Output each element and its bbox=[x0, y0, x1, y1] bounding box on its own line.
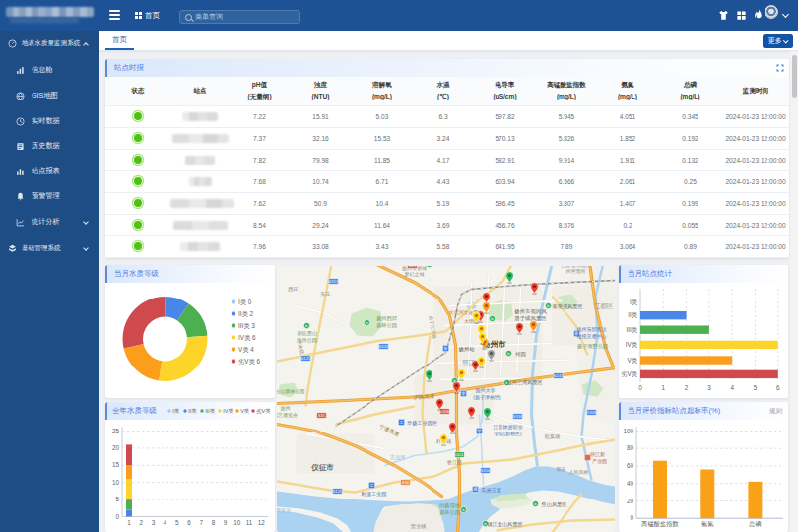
svg-text:江苏旅游职业: 江苏旅游职业 bbox=[493, 423, 522, 430]
svg-text:S125: S125 bbox=[300, 356, 311, 361]
svg-text:5: 5 bbox=[175, 518, 179, 525]
svg-text:地质公园: 地质公园 bbox=[296, 336, 317, 342]
svg-text:㣌山森林公园: 㣌山森林公园 bbox=[277, 387, 305, 394]
svg-text:运河三湾风景区: 运河三湾风景区 bbox=[506, 378, 542, 385]
svg-text:春江路: 春江路 bbox=[446, 458, 462, 465]
svg-text:镇江金山风景区: 镇江金山风景区 bbox=[487, 520, 522, 527]
svg-text:杭集镇: 杭集镇 bbox=[543, 432, 560, 439]
svg-text:7: 7 bbox=[199, 518, 203, 525]
svg-text:8: 8 bbox=[212, 518, 216, 525]
svg-text:森林公园: 森林公园 bbox=[376, 321, 397, 327]
svg-text:仪征原山: 仪征原山 bbox=[297, 329, 317, 335]
svg-text:I类: I类 bbox=[172, 408, 179, 414]
svg-text:仪征市: 仪征市 bbox=[310, 462, 334, 471]
svg-text:80: 80 bbox=[627, 444, 634, 451]
svg-text:S125: S125 bbox=[332, 489, 343, 494]
svg-text:人民四桥: 人民四桥 bbox=[568, 468, 588, 475]
svg-text:镇江新: 镇江新 bbox=[590, 450, 605, 457]
svg-text:扬州市蜀冈风: 扬州市蜀冈风 bbox=[514, 307, 547, 314]
svg-text:顺安: 顺安 bbox=[556, 465, 565, 471]
svg-text:I类: I类 bbox=[630, 299, 638, 305]
svg-text:III类 3: III类 3 bbox=[238, 322, 255, 329]
svg-text:0: 0 bbox=[115, 512, 119, 519]
svg-text:11: 11 bbox=[246, 518, 253, 525]
svg-text:西庄: 西庄 bbox=[288, 285, 298, 291]
svg-text:学: 学 bbox=[477, 429, 482, 433]
svg-text:II类: II类 bbox=[188, 408, 197, 414]
svg-text:3: 3 bbox=[707, 383, 711, 390]
svg-text:S333: S333 bbox=[378, 344, 389, 349]
svg-text:II类: II类 bbox=[628, 311, 637, 318]
svg-text:氨氮: 氨氮 bbox=[701, 520, 714, 527]
svg-text:6: 6 bbox=[187, 518, 191, 525]
svg-text:学院(新校区): 学院(新校区) bbox=[494, 430, 522, 436]
svg-text:II类 2: II类 2 bbox=[238, 310, 254, 317]
svg-text:6: 6 bbox=[776, 383, 780, 390]
svg-text:华扬工业园区: 华扬工业园区 bbox=[406, 419, 436, 426]
svg-text:园艺博览会: 园艺博览会 bbox=[277, 411, 298, 418]
svg-text:IV类: IV类 bbox=[626, 341, 638, 348]
svg-text:北路: 北路 bbox=[438, 266, 448, 267]
svg-text:IV类 6: IV类 6 bbox=[238, 334, 256, 341]
svg-text:X308: X308 bbox=[586, 410, 597, 415]
svg-text:扬州: 扬州 bbox=[280, 404, 290, 411]
svg-text:9: 9 bbox=[224, 518, 228, 525]
svg-text:唐子城风景区: 唐子城风景区 bbox=[514, 314, 547, 321]
svg-text:劣V类: 劣V类 bbox=[256, 408, 271, 415]
svg-text:瓜洲古渡: 瓜洲古渡 bbox=[481, 486, 501, 493]
svg-text:15: 15 bbox=[112, 461, 120, 468]
svg-text:1: 1 bbox=[662, 383, 666, 390]
svg-text:州管理所: 州管理所 bbox=[565, 267, 585, 274]
svg-text:焦山风景区: 焦山风景区 bbox=[541, 500, 566, 506]
svg-text:劣V类: 劣V类 bbox=[621, 370, 637, 378]
svg-text:25: 25 bbox=[112, 427, 120, 433]
svg-text:枢纽交通中心: 枢纽交通中心 bbox=[576, 332, 606, 338]
svg-text:0: 0 bbox=[630, 514, 633, 521]
svg-text:工: 工 bbox=[399, 420, 404, 425]
svg-text:工: 工 bbox=[369, 483, 374, 488]
svg-text:V类: V类 bbox=[240, 408, 250, 414]
svg-text:S243: S243 bbox=[553, 373, 564, 378]
svg-text:劣V类 6: 劣V类 6 bbox=[238, 358, 261, 366]
svg-text:朱庄: 朱庄 bbox=[320, 290, 330, 296]
svg-text:III类: III类 bbox=[626, 325, 637, 332]
svg-text:产业园: 产业园 bbox=[592, 457, 607, 464]
svg-text:60: 60 bbox=[627, 462, 634, 469]
svg-text:2: 2 bbox=[139, 518, 143, 525]
svg-text:扬州站: 扬州站 bbox=[458, 345, 475, 352]
svg-text:4: 4 bbox=[730, 383, 734, 390]
svg-text:10: 10 bbox=[233, 518, 241, 525]
svg-text:扬州大学: 扬州大学 bbox=[475, 386, 495, 393]
svg-text:2: 2 bbox=[685, 383, 689, 390]
svg-text:20: 20 bbox=[112, 443, 120, 450]
svg-text:扬州东部客运: 扬州东部客运 bbox=[576, 325, 606, 332]
svg-text:宁通高速: 宁通高速 bbox=[378, 423, 401, 436]
svg-text:扬子颈野公园: 扬子颈野公园 bbox=[576, 342, 607, 349]
svg-text:40: 40 bbox=[627, 479, 634, 486]
svg-text:20: 20 bbox=[627, 497, 634, 503]
svg-text:闰扬湿地: 闰扬湿地 bbox=[439, 501, 461, 508]
svg-text:3: 3 bbox=[152, 518, 156, 525]
svg-text:学: 学 bbox=[461, 391, 466, 396]
svg-text:胥家沟: 胥家沟 bbox=[277, 506, 291, 513]
svg-text:10: 10 bbox=[112, 478, 120, 485]
svg-text:森林公园: 森林公园 bbox=[439, 508, 460, 514]
svg-text:12: 12 bbox=[258, 518, 266, 525]
svg-text:IV类: IV类 bbox=[223, 408, 233, 414]
svg-text:S356: S356 bbox=[480, 468, 491, 473]
svg-text:S36: S36 bbox=[401, 480, 409, 485]
svg-text:0: 0 bbox=[638, 383, 642, 390]
svg-text:梦幻之城: 梦幻之城 bbox=[404, 270, 424, 277]
svg-text:扬州西郊: 扬州西郊 bbox=[376, 314, 397, 321]
svg-text:渡: 渡 bbox=[473, 487, 478, 492]
svg-text:V类: V类 bbox=[628, 356, 638, 363]
svg-text:(扬子津校区): (扬子津校区) bbox=[473, 393, 501, 400]
svg-text:5: 5 bbox=[115, 496, 119, 502]
svg-text:I类 0: I类 0 bbox=[238, 299, 252, 305]
svg-text:利浦工业园: 利浦工业园 bbox=[361, 490, 386, 497]
svg-text:4: 4 bbox=[164, 518, 167, 525]
svg-text:100: 100 bbox=[623, 427, 633, 433]
svg-text:S336: S336 bbox=[512, 414, 523, 419]
svg-text:总磷: 总磷 bbox=[748, 520, 762, 527]
svg-text:扬子江北路: 扬子江北路 bbox=[427, 314, 436, 339]
